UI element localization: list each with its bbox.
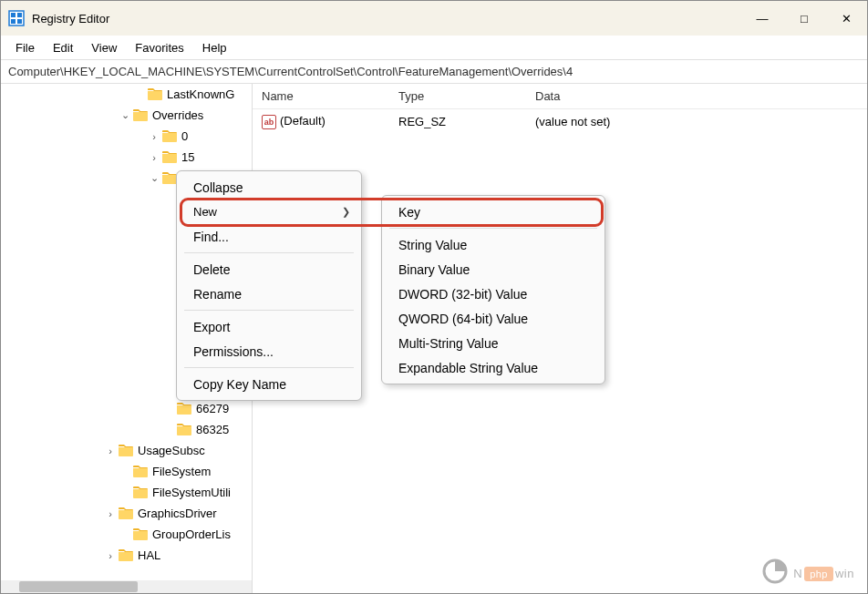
tree-row[interactable]: ›GraphicsDriver	[1, 503, 252, 524]
menu-favorites[interactable]: Favorites	[126, 37, 192, 58]
ctx-new-dword[interactable]: DWORD (32-bit) Value	[382, 282, 604, 306]
tree-label: FileSystemUtili	[152, 486, 231, 499]
ctx-find[interactable]: Find...	[177, 224, 361, 249]
menu-file[interactable]: File	[6, 37, 44, 58]
col-name[interactable]: Name	[253, 89, 389, 103]
tree-label: FileSystem	[152, 465, 211, 478]
titlebar: Registry Editor ― □ ✕	[1, 1, 867, 36]
tree-twisty-icon[interactable]: ⌄	[118, 109, 132, 121]
cell-name: ab(Default)	[253, 114, 389, 129]
col-type[interactable]: Type	[389, 89, 526, 103]
context-submenu-new: Key String Value Binary Value DWORD (32-…	[381, 195, 605, 384]
svg-rect-1	[11, 13, 16, 17]
list-row[interactable]: ab(Default) REG_SZ (value not set)	[253, 109, 867, 133]
ctx-delete[interactable]: Delete	[177, 257, 361, 282]
tree-row[interactable]: FileSystemUtili	[1, 482, 252, 503]
folder-icon	[118, 549, 134, 562]
folder-icon	[118, 507, 134, 520]
tree-twisty-icon[interactable]: ›	[147, 131, 161, 142]
folder-icon	[176, 403, 192, 415]
tree-label: 66279	[196, 402, 229, 415]
menu-help[interactable]: Help	[193, 37, 236, 58]
tree-row[interactable]: 86325	[1, 419, 252, 440]
ctx-sep	[389, 228, 597, 229]
ctx-new-key[interactable]: Key	[382, 200, 604, 224]
row-name-text: (Default)	[280, 114, 326, 128]
ctx-permissions[interactable]: Permissions...	[177, 339, 361, 364]
folder-icon	[161, 130, 178, 143]
tree-twisty-icon[interactable]: ›	[103, 508, 118, 519]
menu-edit[interactable]: Edit	[44, 37, 82, 58]
col-data[interactable]: Data	[526, 89, 867, 103]
tree-twisty-icon[interactable]: ›	[103, 550, 118, 561]
close-button[interactable]: ✕	[825, 1, 867, 36]
ctx-collapse[interactable]: Collapse	[177, 175, 361, 200]
folder-icon	[132, 466, 149, 478]
ctx-new[interactable]: New ❯	[177, 200, 361, 224]
ctx-sep	[184, 252, 354, 253]
menu-view[interactable]: View	[82, 37, 126, 58]
app-icon	[8, 10, 25, 26]
tree-twisty-icon[interactable]: ›	[103, 446, 118, 456]
tree-row[interactable]: 66279	[1, 398, 252, 419]
tree-scrollbar-thumb[interactable]	[19, 581, 138, 592]
tree-label: Overrides	[152, 108, 203, 122]
tree-twisty-icon[interactable]: ›	[147, 152, 161, 163]
ctx-new-expandstring[interactable]: Expandable String Value	[382, 355, 604, 380]
context-menu-key: Collapse New ❯ Find... Delete Rename Exp…	[176, 170, 362, 401]
cell-type: REG_SZ	[389, 115, 526, 128]
tree-label: LastKnownG	[167, 87, 234, 101]
address-bar[interactable]: Computer\HKEY_LOCAL_MACHINE\SYSTEM\Curre…	[1, 60, 867, 84]
maximize-icon: □	[801, 12, 808, 26]
ctx-sep	[184, 310, 354, 311]
ctx-new-qword[interactable]: QWORD (64-bit) Value	[382, 306, 604, 331]
svg-rect-2	[17, 13, 22, 17]
folder-icon	[118, 445, 134, 457]
tree-label: GraphicsDriver	[138, 507, 217, 520]
tree-scrollbar[interactable]	[1, 580, 252, 593]
tree-row[interactable]: LastKnownG	[1, 84, 252, 105]
folder-icon	[132, 109, 149, 122]
folder-icon	[147, 88, 163, 101]
tree-row[interactable]: ›UsageSubsc	[1, 440, 252, 461]
tree-label: GroupOrderLis	[152, 527, 231, 541]
tree-twisty-icon[interactable]: ⌄	[147, 172, 161, 184]
svg-rect-3	[11, 19, 16, 24]
ctx-new-binary[interactable]: Binary Value	[382, 257, 604, 282]
menubar: File Edit View Favorites Help	[1, 36, 867, 60]
tree-row[interactable]: ›0	[1, 126, 252, 147]
cell-data: (value not set)	[526, 115, 867, 128]
folder-icon	[176, 424, 192, 436]
folder-icon	[132, 528, 149, 541]
ctx-export[interactable]: Export	[177, 314, 361, 339]
minimize-icon: ―	[757, 12, 769, 26]
minimize-button[interactable]: ―	[741, 1, 783, 36]
tree-label: 0	[181, 129, 188, 143]
svg-rect-4	[17, 19, 22, 24]
tree-row[interactable]: GroupOrderLis	[1, 524, 252, 545]
tree-row[interactable]: FileSystem	[1, 461, 252, 482]
folder-icon	[161, 151, 178, 164]
submenu-arrow-icon: ❯	[342, 206, 350, 218]
window-title: Registry Editor	[32, 12, 741, 26]
folder-icon	[132, 486, 149, 499]
ctx-rename[interactable]: Rename	[177, 282, 361, 306]
tree-row[interactable]: ›HAL	[1, 545, 252, 566]
maximize-button[interactable]: □	[783, 1, 825, 36]
list-header: Name Type Data	[253, 84, 867, 109]
tree-row[interactable]: ›15	[1, 147, 252, 168]
tree-label: 15	[181, 150, 194, 164]
ctx-new-label: New	[193, 205, 217, 219]
tree-row[interactable]: ⌄Overrides	[1, 105, 252, 126]
close-icon: ✕	[842, 12, 852, 26]
tree-label: HAL	[138, 548, 160, 562]
address-text: Computer\HKEY_LOCAL_MACHINE\SYSTEM\Curre…	[8, 65, 573, 78]
tree-label: UsageSubsc	[138, 444, 205, 457]
ctx-new-multistring[interactable]: Multi-String Value	[382, 331, 604, 355]
ctx-new-string[interactable]: String Value	[382, 232, 604, 257]
ctx-sep	[184, 367, 354, 368]
ctx-copykeyname[interactable]: Copy Key Name	[177, 372, 361, 396]
regsz-icon: ab	[262, 115, 276, 129]
tree-label: 86325	[196, 423, 229, 436]
